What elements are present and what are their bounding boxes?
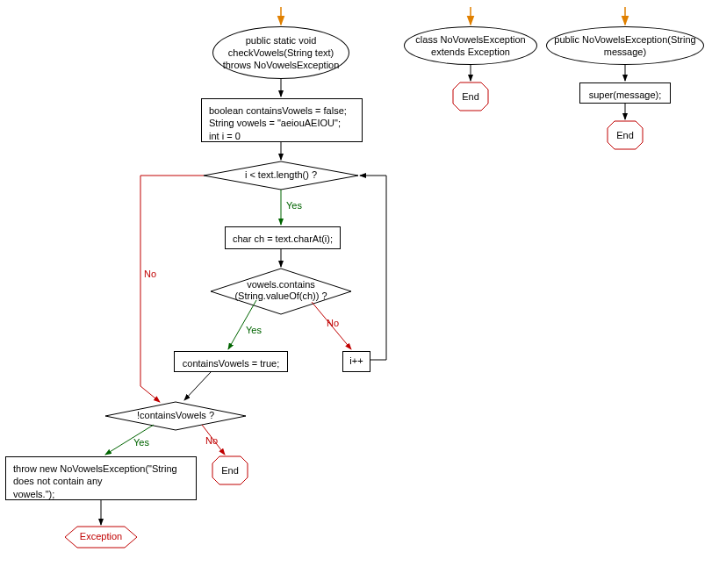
inc-process: i++ [342,351,370,372]
svg-marker-15 [65,527,137,548]
cond1-no-label: No [144,269,156,279]
svg-line-9 [184,372,211,400]
super-process: super(message); [579,82,671,104]
start-terminal-checkvowels: public static void checkVowels(String te… [212,26,349,79]
cond3-yes-label: Yes [133,437,149,448]
init-text: boolean containsVowels = false; String v… [209,104,347,142]
charat-process: char ch = text.charAt(i); [225,226,341,249]
fc2-start-label: class NoVowelsException extends Exceptio… [415,33,525,59]
throw-text: throw new NoVowelsException("String does… [13,463,177,500]
charat-text: char ch = text.charAt(i); [233,233,333,245]
cond3-no-label: No [205,435,218,446]
svg-marker-3 [204,161,358,190]
start-label: public static void checkVowels(String te… [223,34,340,72]
settrue-process: containsVowels = true; [174,351,288,372]
start-terminal-class: class NoVowelsException extends Exceptio… [404,26,537,65]
svg-marker-18 [453,82,488,111]
throw-process: throw new NoVowelsException("String does… [5,456,197,500]
init-process: boolean containsVowels = false; String v… [201,98,363,142]
svg-marker-13 [212,456,248,484]
svg-marker-22 [608,121,643,149]
settrue-text: containsVowels = true; [183,357,279,369]
cond2-no-label: No [327,318,339,328]
fc3-start-label: public NoVowelsException(String message) [554,33,695,59]
svg-marker-10 [105,402,246,430]
super-text: super(message); [589,89,662,101]
svg-marker-6 [211,269,351,314]
cond1-yes-label: Yes [286,200,302,211]
cond2-yes-label: Yes [246,325,262,335]
inc-text: i++ [349,355,363,367]
start-terminal-constructor: public NoVowelsException(String message) [546,26,704,65]
